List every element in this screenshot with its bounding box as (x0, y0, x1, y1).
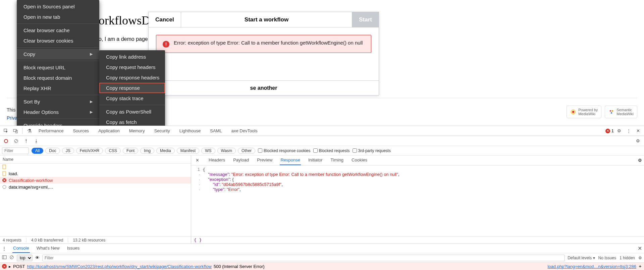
rtab-response[interactable]: Response (280, 155, 301, 165)
ctx-block-url[interactable]: Block request URL (17, 62, 99, 73)
clear-icon[interactable] (12, 137, 20, 145)
tab-saml[interactable]: SAML (206, 126, 226, 136)
request-row[interactable]: Classification-workflow (0, 177, 191, 184)
console-error-row[interactable]: ✕ ▸ POST http://localhost/smw/SMWCon2023… (0, 263, 644, 270)
drawer-tab-whatsnew[interactable]: What's New (36, 244, 60, 253)
request-row[interactable]: load. (0, 170, 191, 177)
network-filter-bar: AllDocJSFetch/XHRCSSFontImgMediaManifest… (0, 146, 644, 155)
reqlist-column-name[interactable]: Name (0, 155, 191, 163)
log-url[interactable]: http://localhost/smw/SMWCon2023/rest.php… (27, 264, 212, 269)
console-settings-icon[interactable]: ⚙ (638, 256, 642, 260)
tab-performance[interactable]: Performance (35, 126, 67, 136)
choose-another-button[interactable]: se another (149, 81, 379, 95)
tab-security[interactable]: Security (150, 126, 174, 136)
rtab-preview[interactable]: Preview (256, 155, 273, 165)
tab-lighthouse[interactable]: Lighthouse (175, 126, 205, 136)
error-icon (162, 41, 170, 48)
ctx-copy-link[interactable]: Copy link address (99, 52, 165, 62)
tab-axe-devtools[interactable]: axe DevTools (227, 126, 262, 136)
tab-memory[interactable]: Memory (125, 126, 149, 136)
filter-input[interactable] (2, 147, 29, 154)
pill-wasm[interactable]: Wasm (217, 148, 236, 154)
ctx-sort-by[interactable]: Sort By▶ (17, 96, 99, 107)
request-row[interactable] (0, 163, 191, 170)
import-har-icon[interactable]: ⭱ (22, 137, 30, 145)
settings-icon[interactable]: ⚙ (615, 127, 623, 135)
code-braces-toggle[interactable]: { } (191, 236, 644, 244)
close-drawer-icon[interactable]: ✕ (638, 245, 642, 252)
inspect-icon[interactable] (2, 127, 10, 135)
ctx-header-options[interactable]: Header Options▶ (17, 107, 99, 117)
no-issues-indicator[interactable]: No Issues (598, 256, 616, 260)
record-icon[interactable] (2, 137, 10, 145)
ctx-block-domain[interactable]: Block request domain (17, 73, 99, 83)
ai-suggest-icon[interactable]: ✦ (638, 264, 642, 269)
eye-icon[interactable]: 👁 (35, 255, 40, 260)
ctx-open-tab[interactable]: Open in new tab (17, 12, 99, 22)
request-row[interactable]: data:image/svg+xml,… (0, 184, 191, 190)
drawer-tab-issues[interactable]: Issues (66, 244, 80, 253)
ctx-copy-req-headers[interactable]: Copy request headers (99, 62, 165, 72)
code-line: 1{ (191, 167, 644, 172)
execution-context-select[interactable]: top (17, 255, 33, 261)
console-sidebar-icon[interactable] (2, 255, 7, 261)
beaker-icon[interactable]: ⚗ (25, 127, 33, 135)
chk-3rd-party[interactable]: 3rd-party requests (353, 148, 391, 153)
levels-dropdown[interactable]: Default levels ▾ (568, 256, 595, 260)
expand-arrow-icon[interactable]: ▸ (9, 264, 11, 269)
pill-img[interactable]: Img (140, 148, 154, 154)
ctx-copy-submenu[interactable]: Copy▶ (17, 49, 99, 59)
tab-application[interactable]: Application (94, 126, 124, 136)
svg-rect-20 (2, 256, 6, 259)
pill-ws[interactable]: WS (201, 148, 215, 154)
drawer-tab-console[interactable]: Console (12, 244, 30, 253)
error-count-badge[interactable]: ✕1 (605, 128, 614, 133)
pill-manifest[interactable]: Manifest (177, 148, 199, 154)
export-har-icon[interactable]: ⭳ (32, 137, 40, 145)
device-toggle-icon[interactable] (11, 127, 19, 135)
ctx-copy-resp-headers[interactable]: Copy response headers (99, 72, 165, 83)
pill-css[interactable]: CSS (105, 148, 121, 154)
ctx-copy-response[interactable]: Copy response (99, 83, 165, 93)
rtab-headers[interactable]: Headers (208, 155, 226, 165)
console-clear-icon[interactable] (9, 255, 14, 261)
close-details-icon[interactable]: ✕ (193, 156, 201, 164)
svg-point-4 (611, 112, 612, 114)
drawer-more-icon[interactable]: ⋮ (2, 246, 6, 251)
ctx-replay-xhr[interactable]: Replay XHR (17, 83, 99, 93)
pill-font[interactable]: Font (123, 148, 138, 154)
pill-doc[interactable]: Doc (45, 148, 60, 154)
request-list-panel: Name load.Classification-workflowdata:im… (0, 155, 191, 244)
log-source-link[interactable]: load.php?lang=en&mod…n&version=ltsj3:286 (547, 264, 636, 269)
more-icon[interactable]: ⋮ (625, 127, 633, 135)
chk-blocked-requests[interactable]: Blocked requests (313, 148, 350, 153)
rtab-payload[interactable]: Payload (232, 155, 250, 165)
pill-js[interactable]: JS (62, 148, 74, 154)
mediawiki-badge[interactable]: Powered by MediaWiki (567, 106, 601, 118)
response-code-view[interactable]: 1{· "message": "Error: exception of type… (191, 165, 644, 236)
code-line: · "message": "Error: exception of type E… (191, 172, 644, 177)
ctx-copy-stack[interactable]: Copy stack trace (99, 93, 165, 104)
network-settings-icon[interactable]: ⚙ (634, 137, 642, 145)
tab-sources[interactable]: Sources (69, 126, 93, 136)
rtab-cookies[interactable]: Cookies (351, 155, 368, 165)
close-devtools-icon[interactable]: ✕ (634, 127, 642, 135)
ctx-copy-powershell[interactable]: Copy as PowerShell (99, 107, 165, 117)
chk-blocked-cookies[interactable]: Blocked response cookies (258, 148, 310, 153)
pill-media[interactable]: Media (156, 148, 175, 154)
console-filter-input[interactable] (42, 255, 565, 261)
pill-fetchxhr[interactable]: Fetch/XHR (76, 148, 103, 154)
ctx-clear-cache[interactable]: Clear browser cache (17, 25, 99, 36)
hidden-count[interactable]: 1 hidden (620, 256, 635, 260)
ctx-open-sources[interactable]: Open in Sources panel (17, 1, 99, 12)
rtab-timing[interactable]: Timing (330, 155, 344, 165)
error-text: Error: exception of type Error: Call to … (174, 40, 363, 46)
start-button[interactable]: Start (352, 12, 379, 27)
pill-all[interactable]: All (32, 148, 43, 154)
pill-other[interactable]: Other (238, 148, 255, 154)
rtab-initiator[interactable]: Initiator (308, 155, 323, 165)
semantic-badge[interactable]: Semantic MediaWiki (605, 106, 637, 118)
ctx-clear-cookies[interactable]: Clear browser cookies (17, 36, 99, 46)
cancel-button[interactable]: Cancel (149, 12, 181, 27)
response-settings-icon[interactable]: ⚙ (638, 158, 642, 163)
